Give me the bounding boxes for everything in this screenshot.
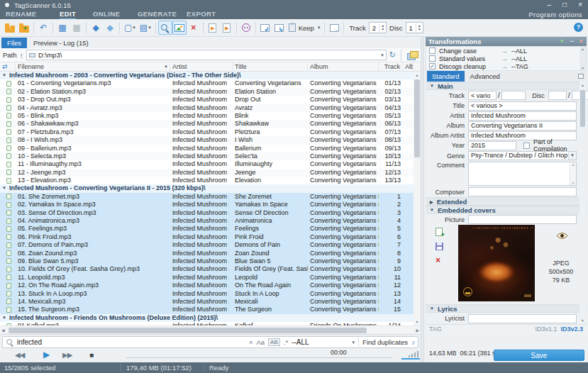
path-dropdown-icon[interactable]: ▾ <box>381 52 384 58</box>
file-row[interactable]: 14. Mexicali.mp3Infected MushroomMexical… <box>0 298 414 306</box>
file-row[interactable]: 01. She Zoremet.mp3Infected MushroomShe … <box>0 193 414 201</box>
path-value[interactable]: D:\mp3\ <box>38 51 378 59</box>
group-header-row[interactable]: ▼Infected Mushroom - Friends On Mushroom… <box>0 314 414 322</box>
add-folder-icon[interactable]: + <box>17 21 31 35</box>
load-window-icon[interactable]: ↲ <box>258 21 272 35</box>
group-header-row[interactable]: ▼Infected Mushroom - Converting Vegetari… <box>0 184 414 192</box>
help-icon[interactable]: ? <box>574 23 583 32</box>
form-scrollbar[interactable]: ▲ ▼ <box>579 82 586 324</box>
file-row[interactable]: 03. Sense Of Direction.mp3Infected Mushr… <box>0 209 414 217</box>
group-collapse-icon[interactable]: ▼ <box>2 314 6 322</box>
title-field[interactable] <box>468 101 577 111</box>
play-selected-icon[interactable] <box>220 21 234 35</box>
search-scope-dropdown[interactable]: --ALL ▾ <box>292 338 355 346</box>
lyricist-field[interactable] <box>468 314 577 323</box>
album-field[interactable] <box>468 121 577 130</box>
tab-standard[interactable]: Standard <box>427 71 465 82</box>
file-row[interactable]: 09 - Ballerium.mp3Infected MushroomBalle… <box>0 145 414 152</box>
prev-track-button[interactable]: ◀◀ <box>15 351 24 359</box>
vertical-scrollbar[interactable]: ▲ ▼ <box>414 72 421 325</box>
play-button[interactable]: ▶ <box>43 350 49 360</box>
menu-online[interactable]: ONLINE <box>93 10 120 18</box>
file-row[interactable]: 10 - Selecta.mp3Infected MushroomSelec't… <box>0 152 414 160</box>
compilation-checkbox[interactable] <box>523 143 530 149</box>
scroll-right-icon[interactable]: ▶ <box>416 327 419 334</box>
copy-window-icon[interactable]: ↳ <box>272 21 287 35</box>
minimize-panel-icon[interactable]: − <box>570 38 574 45</box>
tab-preview-log[interactable]: Preview - Log (15) <box>28 38 94 48</box>
export-list-icon[interactable]: → <box>327 21 341 35</box>
file-row[interactable]: 11. Leopold.mp3Infected MushroomLeopoldC… <box>0 274 414 282</box>
year-field[interactable] <box>468 141 516 150</box>
path-combo[interactable]: D:\mp3\ ▾ <box>26 50 387 60</box>
scroll-up-icon[interactable]: ▲ <box>414 72 421 79</box>
file-row[interactable]: 05 - Blink.mp3Infected MushroomBlinkConv… <box>0 112 414 120</box>
selection-mode-icon[interactable]: ▢▾ <box>122 21 138 35</box>
file-row[interactable]: 10. Fields Of Grey (Feat. Sasha Grey).mp… <box>0 265 414 273</box>
id3v1-badge[interactable]: ID3v1.1 <box>535 325 557 333</box>
section-lyrics[interactable]: ▼Lyrics <box>426 304 587 313</box>
remove-files-icon[interactable]: × <box>187 21 201 35</box>
file-row[interactable]: 11 - Illuminaugthy.mp3Infected MushroomI… <box>0 160 414 168</box>
find-duplicates-button[interactable]: Find duplicates <box>362 338 408 346</box>
file-row[interactable]: 08. Zoan Zound.mp3Infected MushroomZoan … <box>0 250 414 257</box>
select-all-icon[interactable]: ▦ <box>55 21 70 35</box>
minimize-button[interactable]: – <box>548 1 552 9</box>
file-row[interactable]: 04 - Avratz.mp3Infected MushroomAvratzCo… <box>0 104 414 112</box>
album-art[interactable]: CONVERTING VEGETARIANS II <box>458 225 535 301</box>
artist-field[interactable] <box>468 111 577 121</box>
scroll-down-icon[interactable]: ▼ <box>414 318 421 325</box>
file-row[interactable]: 13 - Elevation.mp3Infected MushroomEleva… <box>0 177 414 184</box>
composer-field[interactable] <box>468 187 577 196</box>
change-case-checkbox[interactable] <box>429 48 436 54</box>
browse-folders-icon[interactable] <box>406 50 418 60</box>
section-extended[interactable]: ▶Extended <box>426 197 587 206</box>
file-row[interactable]: 12 - Jeenge.mp3Infected MushroomJeengeCo… <box>0 169 414 177</box>
clear-search-icon[interactable]: × <box>249 338 253 346</box>
column-track[interactable]: Track <box>379 62 403 71</box>
collapse-groups-icon[interactable]: ◆ <box>103 21 117 35</box>
disc-spinner[interactable]: 1▲▼ <box>406 22 423 33</box>
panel-collapse-icon[interactable] <box>578 74 584 79</box>
transform-item[interactable]: ✓ Discogs cleanup → --TAG <box>426 62 586 70</box>
add-cover-icon[interactable] <box>436 228 443 236</box>
delete-cover-icon[interactable]: × <box>436 257 447 264</box>
mask-editor-icon[interactable] <box>239 21 253 35</box>
shuffle-icon[interactable]: ⇄ <box>2 63 8 70</box>
eye-icon[interactable] <box>556 232 568 241</box>
section-embedded-covers[interactable]: ▼Embedded covers <box>426 206 587 214</box>
track-total-field[interactable] <box>501 91 526 100</box>
refresh-icon[interactable]: ↻ <box>389 50 396 60</box>
undo-icon[interactable]: ↶ <box>36 21 50 35</box>
disc-number-field[interactable] <box>548 91 567 100</box>
file-row[interactable]: 04. Animatronica.mp3Infected MushroomAni… <box>0 217 414 225</box>
menu-generate[interactable]: GENERATE <box>138 10 177 18</box>
file-row[interactable]: 12. On The Road Again.mp3Infected Mushro… <box>0 282 414 289</box>
menu-rename[interactable]: RENAME <box>6 10 37 18</box>
scroll-left-icon[interactable]: ◀ <box>1 327 5 334</box>
vscroll-thumb[interactable] <box>414 79 420 157</box>
tab-advanced[interactable]: Advanced <box>465 71 505 82</box>
file-row[interactable]: 09. Blue Swan 5.mp3Infected MushroomBlue… <box>0 257 414 265</box>
volume-icon[interactable] <box>407 351 420 360</box>
stop-button[interactable]: ■ <box>89 351 93 359</box>
seek-bar[interactable] <box>126 357 392 358</box>
file-row[interactable]: 03 - Drop Out.mp3Infected MushroomDrop O… <box>0 96 414 104</box>
file-row[interactable]: 07. Demons of Pain.mp3Infected MushroomD… <box>0 241 414 249</box>
track-spinner[interactable]: 2▲▼ <box>369 22 387 33</box>
section-main[interactable]: ▼Main <box>426 82 587 90</box>
file-row[interactable]: 02 - Elation Station.mp3Infected Mushroo… <box>0 88 414 96</box>
next-track-button[interactable]: ▶▶ <box>62 351 72 359</box>
menu-export[interactable]: EXPORT <box>187 10 216 18</box>
sort-icon[interactable]: ▤▾ <box>138 21 153 35</box>
column-title[interactable]: Title <box>233 62 308 71</box>
file-row[interactable]: 07 - Pletztubra.mp3Infected MushroomPlet… <box>0 128 414 136</box>
group-collapse-icon[interactable]: ▼ <box>2 72 6 79</box>
id3v2-badge[interactable]: ID3v2.3 <box>560 325 583 333</box>
menu-edit[interactable]: EDIT <box>60 10 76 20</box>
picture-field[interactable] <box>468 215 577 224</box>
group-header-row[interactable]: ▼Infected Mushroom - 2003 - Converting V… <box>0 72 414 79</box>
file-row[interactable]: 06. Pink Froid.mp3Infected MushroomPink … <box>0 233 414 241</box>
save-cover-icon[interactable] <box>436 243 443 250</box>
standard-values-checkbox[interactable] <box>429 55 436 62</box>
